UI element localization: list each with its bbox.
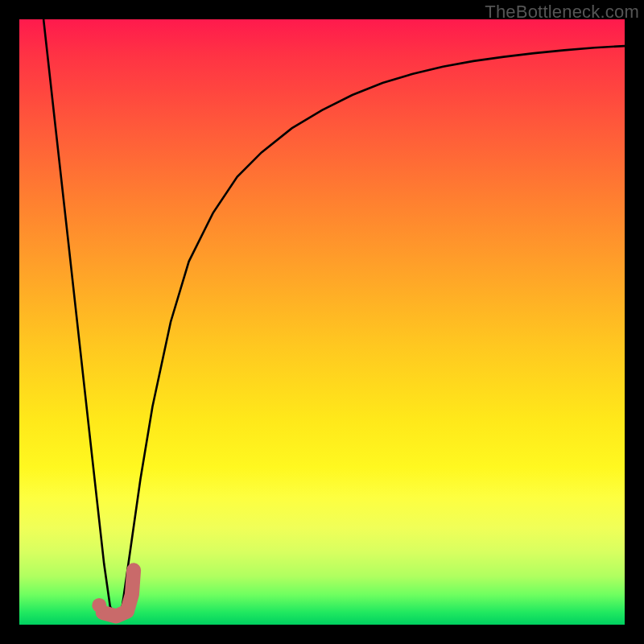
marker-dot bbox=[92, 598, 106, 613]
chart-frame bbox=[19, 19, 625, 625]
bottleneck-curve bbox=[43, 19, 625, 619]
watermark-text: TheBottleneck.com bbox=[485, 2, 639, 23]
chart-plot bbox=[19, 19, 625, 625]
